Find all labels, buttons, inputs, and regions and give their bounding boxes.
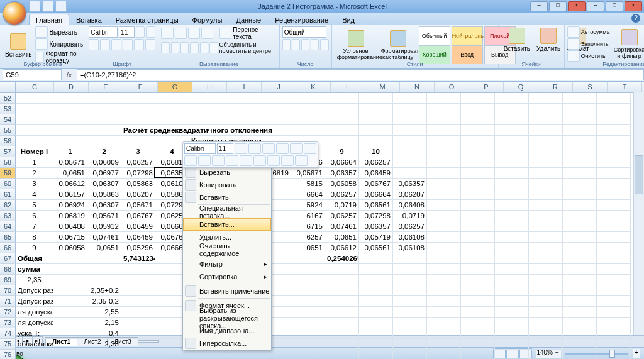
ctx-сортировка[interactable]: Сортировка▸	[183, 270, 271, 283]
cell[interactable]	[427, 211, 461, 221]
cell[interactable]: 10	[359, 146, 393, 157]
row-header[interactable]: 52	[0, 93, 16, 104]
mini-percent-icon[interactable]	[276, 143, 289, 154]
cell[interactable]	[427, 253, 461, 264]
cell[interactable]	[359, 253, 393, 264]
cell[interactable]	[427, 179, 461, 189]
ctx-вырезать[interactable]: Вырезать	[183, 166, 271, 179]
cell[interactable]	[53, 114, 87, 125]
cell[interactable]: 0,06357	[359, 221, 393, 232]
comma-icon[interactable]	[301, 39, 309, 50]
cell[interactable]	[529, 350, 563, 359]
cell[interactable]	[53, 104, 87, 114]
cell[interactable]	[495, 307, 529, 318]
cell[interactable]	[495, 189, 529, 200]
cell[interactable]: 2,35	[87, 339, 121, 350]
cell[interactable]	[87, 125, 121, 136]
insert-cells-button[interactable]: Вставить	[501, 26, 533, 53]
cell[interactable]	[87, 275, 121, 285]
cell[interactable]: 0,06408	[393, 200, 427, 211]
row-header[interactable]: 71	[0, 296, 16, 307]
cell[interactable]: Номер i	[16, 146, 53, 157]
cell[interactable]	[563, 211, 597, 221]
cell[interactable]	[325, 114, 359, 125]
cell[interactable]	[461, 136, 495, 146]
cell[interactable]	[121, 328, 155, 339]
cell[interactable]	[121, 93, 155, 104]
row-header[interactable]: 56	[0, 136, 16, 146]
cell[interactable]	[529, 200, 563, 211]
mini-currency-icon[interactable]	[262, 143, 275, 154]
cell[interactable]	[53, 350, 87, 359]
cell[interactable]: 0,07298	[121, 168, 155, 179]
zoom-slider[interactable]	[565, 353, 628, 355]
cell[interactable]: Допуск размера:	[16, 285, 53, 296]
cell[interactable]	[87, 136, 121, 146]
cell[interactable]: 7	[16, 221, 53, 232]
cell[interactable]	[427, 339, 461, 350]
cell[interactable]: 2	[87, 146, 121, 157]
cell[interactable]	[563, 339, 597, 350]
cell[interactable]	[223, 104, 257, 114]
ctx-копировать[interactable]: Копировать	[183, 179, 271, 191]
cell[interactable]	[325, 136, 359, 146]
col-header-D[interactable]: D	[54, 82, 89, 92]
orient-icon[interactable]	[201, 28, 213, 39]
cell[interactable]: 0,06612	[53, 179, 87, 189]
row-header[interactable]: 55	[0, 125, 16, 136]
mini-center-icon[interactable]	[212, 155, 225, 166]
fx-icon[interactable]: fx	[64, 70, 74, 80]
cell[interactable]	[189, 114, 223, 125]
cell[interactable]: 6167	[291, 211, 325, 221]
cell[interactable]: 8	[16, 232, 53, 243]
mini-comma-icon[interactable]	[290, 143, 303, 154]
cell[interactable]: Общая	[16, 253, 53, 264]
cell[interactable]	[597, 179, 631, 189]
cell[interactable]	[563, 328, 597, 339]
cell[interactable]	[393, 307, 427, 318]
cell[interactable]	[495, 168, 529, 179]
cell[interactable]	[53, 93, 87, 104]
sort-filter-button[interactable]: Сортировка и фильтр	[611, 28, 644, 60]
office-button[interactable]	[3, 1, 26, 25]
cell[interactable]	[495, 264, 529, 275]
cell[interactable]	[325, 339, 359, 350]
row-header[interactable]: 62	[0, 200, 16, 211]
cell[interactable]	[291, 104, 325, 114]
cell[interactable]	[495, 243, 529, 253]
cell[interactable]	[53, 307, 87, 318]
cell[interactable]	[325, 275, 359, 285]
cell[interactable]: 0,07461	[325, 221, 359, 232]
cell[interactable]	[597, 328, 631, 339]
mini-size-combo[interactable]: 11	[217, 143, 233, 154]
cell[interactable]	[427, 307, 461, 318]
cell[interactable]	[325, 296, 359, 307]
cell[interactable]: 0,0651	[87, 243, 121, 253]
align-center-icon[interactable]	[171, 42, 179, 53]
cell[interactable]	[53, 264, 87, 275]
cell[interactable]	[223, 125, 257, 136]
tab-insert[interactable]: Вставка	[69, 14, 109, 25]
cell[interactable]: 0,06307	[87, 179, 121, 189]
cell[interactable]	[461, 307, 495, 318]
italic-icon[interactable]	[100, 39, 110, 50]
cell[interactable]	[291, 93, 325, 104]
cell[interactable]	[257, 93, 291, 104]
cell[interactable]	[427, 146, 461, 157]
align-bot-icon[interactable]	[188, 28, 200, 39]
cell[interactable]	[495, 125, 529, 136]
cell[interactable]	[461, 200, 495, 211]
cell[interactable]	[393, 136, 427, 146]
name-box[interactable]: G59	[3, 69, 62, 80]
cell[interactable]	[597, 318, 631, 328]
cell[interactable]	[529, 275, 563, 285]
scroll-thumb[interactable]	[635, 155, 643, 194]
cell[interactable]	[563, 200, 597, 211]
cell[interactable]: 5815	[291, 179, 325, 189]
cell[interactable]	[495, 318, 529, 328]
tab-home[interactable]: Главная	[29, 14, 69, 25]
cell[interactable]	[597, 146, 631, 157]
cell[interactable]	[121, 339, 155, 350]
cell[interactable]	[461, 296, 495, 307]
cell[interactable]	[393, 296, 427, 307]
